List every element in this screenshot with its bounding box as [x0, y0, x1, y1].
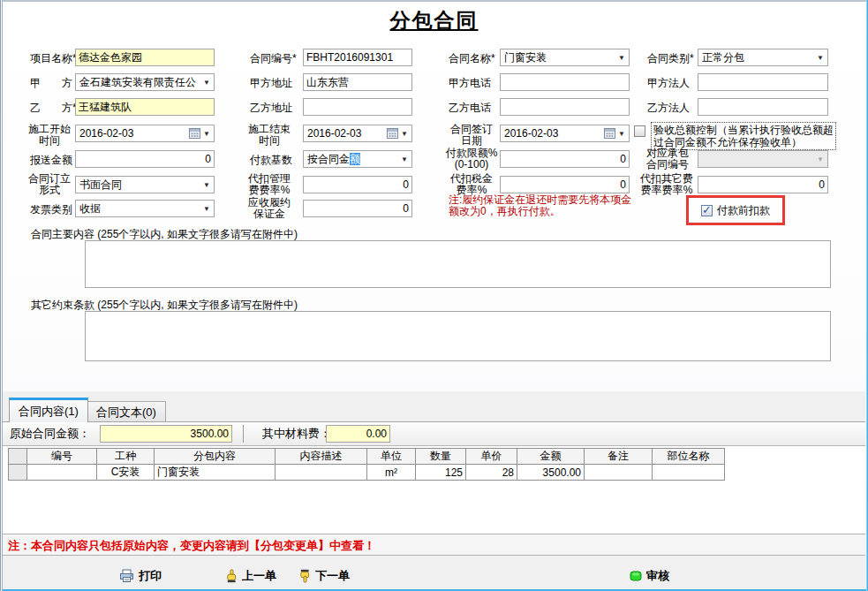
- audit-button[interactable]: 审核: [630, 567, 669, 585]
- cell-buwei-mingcheng[interactable]: [653, 465, 725, 481]
- cell-shuliang[interactable]: 125: [416, 465, 466, 481]
- cell-jine[interactable]: 3500.00: [517, 465, 585, 481]
- bottom-note: 注：本合同内容只包括原始内容，变更内容请到【分包变更单】中查看！: [8, 538, 375, 554]
- deduct-before-pay-checkbox[interactable]: [701, 205, 713, 216]
- party-b-input[interactable]: [75, 98, 215, 116]
- submit-amount-input[interactable]: [75, 150, 215, 168]
- col-header: 单位: [367, 449, 416, 465]
- party-a-combo[interactable]: 金石建筑安装有限责任公: [75, 73, 215, 91]
- label-material-fee: 其中材料费：: [262, 422, 331, 445]
- calendar-icon: [387, 128, 398, 139]
- col-header: 单价: [466, 449, 517, 465]
- start-date-picker[interactable]: 2016-02-03: [75, 125, 215, 142]
- end-date-picker[interactable]: 2016-02-03: [303, 125, 412, 142]
- deposit-input[interactable]: [303, 200, 412, 217]
- prev-label: 上一单: [242, 568, 276, 584]
- material-fee-input[interactable]: [326, 425, 390, 443]
- label-party-a: 甲 方: [30, 77, 72, 89]
- col-header: 工种: [97, 449, 155, 465]
- dropdown-arrow-icon[interactable]: [201, 205, 212, 213]
- acceptance-control-checkbox[interactable]: [634, 125, 645, 137]
- project-name-input[interactable]: [75, 49, 215, 66]
- dropdown-arrow-icon[interactable]: [201, 130, 212, 138]
- contract-name-combo[interactable]: 门窗安装: [500, 49, 630, 66]
- party-a-legal-input[interactable]: [698, 73, 828, 91]
- end-date-value: 2016-02-03: [307, 127, 387, 140]
- payment-base-selected-text: 额: [350, 153, 360, 165]
- payment-limit-input[interactable]: [500, 150, 630, 168]
- dropdown-arrow-icon[interactable]: [201, 181, 212, 189]
- dropdown-arrow-icon[interactable]: [399, 130, 410, 138]
- party-b-addr-input[interactable]: [303, 98, 412, 116]
- col-header: 金额: [517, 449, 585, 465]
- label-main-content: 合同主要内容 (255个字以内, 如果文字很多请写在附件中): [31, 228, 298, 240]
- party-b-legal-input[interactable]: [698, 98, 828, 116]
- cell-beizhu[interactable]: [585, 465, 653, 481]
- prev-button[interactable]: 上一单: [225, 567, 276, 585]
- original-amount-input[interactable]: [100, 425, 232, 443]
- contract-type-value: 正常分包: [702, 50, 815, 65]
- dropdown-arrow-icon[interactable]: [616, 130, 627, 138]
- col-header: 分包内容: [155, 449, 275, 465]
- cell-fenbao-neirong[interactable]: 门窗安装: [155, 465, 275, 481]
- label-other-terms: 其它约束条款 (255个字以内, 如果文字很多请写在附件中): [31, 299, 298, 311]
- label-contract-form: 合同订立形式: [25, 173, 74, 196]
- payment-base-combo[interactable]: 按合同金额: [303, 150, 412, 168]
- other-fee-input[interactable]: [698, 176, 828, 193]
- invoice-type-value: 收据: [79, 201, 201, 216]
- next-button[interactable]: 下一单: [298, 567, 350, 585]
- label-mgmt-fee: 代扣管理费费率%: [245, 173, 294, 196]
- main-content-textarea[interactable]: [85, 240, 831, 288]
- sign-date-value: 2016-02-03: [504, 127, 604, 140]
- deduct-before-pay-highlight-box: 付款前扣款: [686, 195, 785, 225]
- sign-date-picker[interactable]: 2016-02-03: [500, 125, 630, 142]
- dropdown-arrow-icon[interactable]: [815, 54, 826, 62]
- label-project-name: 项目名称*: [30, 52, 77, 64]
- label-other-fee: 代扣其它费费率费率%: [637, 173, 697, 196]
- contract-detail-table: 编号 工种 分包内容 内容描述 单位 数量 单价 金额 备注 部位名称 C安装 …: [8, 448, 725, 481]
- label-start-date: 施工开始时间: [25, 124, 74, 147]
- col-header: 部位名称: [653, 449, 725, 465]
- dropdown-arrow-icon[interactable]: [399, 155, 410, 163]
- cell-gongzhong[interactable]: C安装: [97, 465, 155, 481]
- cell-neirong-miaoshu[interactable]: [275, 465, 367, 481]
- col-header: 备注: [585, 449, 653, 465]
- label-party-b-tel: 乙方电话: [449, 102, 491, 114]
- label-party-a-tel: 甲方电话: [449, 77, 491, 89]
- detail-grid-area: 编号 工种 分包内容 内容描述 单位 数量 单价 金额 备注 部位名称 C安装 …: [3, 446, 865, 534]
- dropdown-arrow-icon[interactable]: [616, 54, 627, 62]
- calendar-icon: [189, 128, 200, 139]
- counterpart-no-combo: [698, 150, 828, 168]
- cell-bianhao[interactable]: [27, 465, 97, 481]
- label-counterpart-no: 对应承包合同编号: [642, 148, 693, 170]
- label-payment-limit: 付款限额%(0-100): [443, 148, 500, 170]
- contract-type-combo[interactable]: 正常分包: [698, 49, 828, 66]
- cell-danwei[interactable]: m²: [367, 465, 416, 481]
- start-date-value: 2016-02-03: [79, 127, 189, 140]
- audit-label: 审核: [646, 568, 669, 584]
- tab-contract-text[interactable]: 合同文本(0): [87, 401, 166, 422]
- party-a-addr-input[interactable]: [303, 73, 412, 91]
- label-party-b-addr: 乙方地址: [250, 102, 292, 114]
- other-terms-textarea[interactable]: [85, 311, 831, 361]
- label-party-a-addr: 甲方地址: [250, 77, 292, 89]
- deposit-note: 注:履约保证金在退还时需要先将本项金额改为0，再执行付款。: [449, 194, 638, 217]
- party-a-tel-input[interactable]: [500, 73, 630, 91]
- tax-fee-input[interactable]: [500, 176, 630, 193]
- label-contract-name: 合同名称*: [449, 52, 495, 64]
- contract-form-combo[interactable]: 书面合同: [75, 176, 215, 193]
- row-selector-cell[interactable]: [9, 465, 27, 481]
- label-party-a-legal: 甲方法人: [647, 77, 690, 89]
- contract-no-input[interactable]: [303, 49, 412, 66]
- dropdown-arrow-icon[interactable]: [201, 79, 212, 87]
- audit-green-icon: [630, 571, 642, 581]
- print-button[interactable]: 打印: [119, 567, 162, 585]
- label-contract-type: 合同类别*: [647, 52, 694, 64]
- cell-danjia[interactable]: 28: [466, 465, 517, 481]
- label-end-date: 施工结束时间: [245, 124, 294, 147]
- party-b-tel-input[interactable]: [500, 98, 630, 116]
- invoice-type-combo[interactable]: 收据: [75, 200, 215, 217]
- table-row[interactable]: C安装 门窗安装 m² 125 28 3500.00: [9, 465, 725, 481]
- mgmt-fee-input[interactable]: [303, 176, 412, 193]
- tab-contract-content[interactable]: 合同内容(1): [9, 398, 88, 422]
